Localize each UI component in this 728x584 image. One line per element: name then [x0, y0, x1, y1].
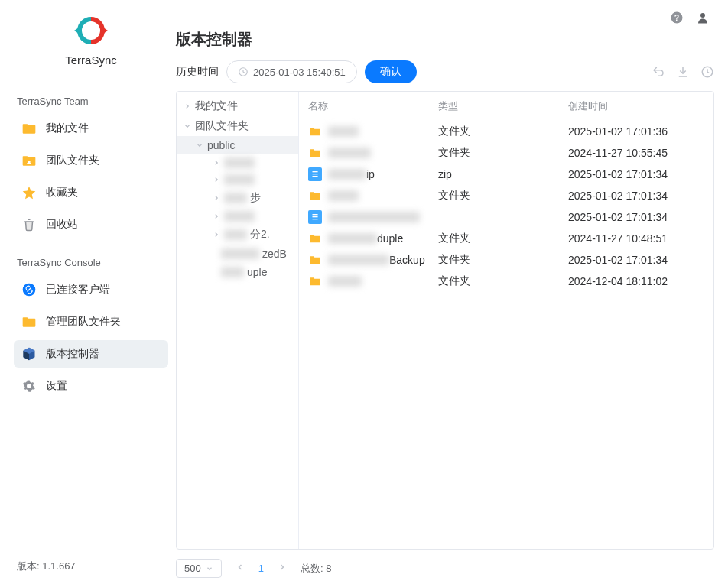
nav-my-files[interactable]: 我的文件	[14, 115, 168, 142]
file-row[interactable]: ☰2025-01-02 17:01:34	[299, 206, 713, 228]
download-icon[interactable]	[676, 65, 690, 79]
nav-connected-clients[interactable]: 已连接客户端	[14, 276, 168, 303]
tree-node-teamfolder[interactable]: 团队文件夹	[177, 116, 298, 136]
tree-label-blurred	[224, 157, 255, 168]
tree-label-blurred	[224, 193, 247, 203]
nav-manage-team-folder[interactable]: 管理团队文件夹	[14, 308, 168, 336]
file-name-suffix: ip	[366, 168, 375, 180]
control-row: 历史时间 2025-01-03 15:40:51 确认	[176, 60, 714, 83]
gear-icon	[21, 378, 37, 394]
svg-text:?: ?	[674, 13, 679, 22]
help-icon[interactable]: ?	[670, 11, 684, 24]
chevron-down-icon	[206, 565, 213, 573]
page-prev[interactable]	[232, 563, 248, 574]
content-panel: 我的文件 团队文件夹 public	[176, 91, 714, 550]
tree-node-child[interactable]	[177, 208, 298, 225]
tree-label: public	[207, 139, 236, 151]
file-row[interactable]: 文件夹2025-01-02 17:01:34	[299, 185, 713, 206]
nav-label: 团队文件夹	[46, 154, 99, 167]
version-footer: 版本: 1.1.667	[14, 556, 168, 576]
file-type: 文件夹	[438, 274, 568, 288]
file-created: 2024-12-04 18:11:02	[568, 275, 704, 287]
history-icon[interactable]	[700, 65, 714, 79]
tree-node-child[interactable]: 分2.	[177, 225, 298, 245]
file-type: 文件夹	[438, 189, 568, 203]
svg-marker-1	[74, 28, 79, 34]
file-row[interactable]: duple文件夹2024-11-27 10:48:51	[299, 228, 713, 249]
col-type[interactable]: 类型	[438, 99, 568, 113]
tree-label-blurred	[224, 174, 255, 185]
nav-recycle[interactable]: 回收站	[14, 211, 168, 238]
tree-node-child[interactable]: zedB	[177, 245, 298, 263]
file-row[interactable]: ☰ipzip2025-01-02 17:01:34	[299, 164, 713, 185]
chevron-right-icon	[212, 175, 221, 184]
file-name-suffix: Backup	[389, 254, 425, 266]
file-created: 2025-01-02 17:01:34	[568, 190, 704, 202]
chevron-down-icon	[183, 122, 192, 131]
nav-label: 回收站	[46, 218, 78, 232]
history-label: 历史时间	[176, 65, 219, 79]
section-team: TerraSync Team	[17, 96, 168, 107]
tree-node-public[interactable]: public	[177, 136, 298, 154]
file-row[interactable]: 文件夹2024-11-27 10:55:45	[299, 142, 713, 164]
file-type: 文件夹	[438, 125, 568, 138]
file-row[interactable]: 文件夹2024-12-04 18:11:02	[299, 271, 713, 292]
chevron-down-icon	[195, 141, 204, 150]
tree-label-blurred	[221, 248, 259, 259]
file-header: 名称 类型 创建时间	[299, 92, 713, 121]
tree-label-blurred	[221, 267, 244, 277]
trash-icon	[21, 217, 37, 232]
svg-marker-0	[103, 28, 108, 34]
tree-label-suffix: 步	[250, 191, 261, 205]
nav-settings[interactable]: 设置	[14, 372, 168, 400]
file-row[interactable]: 文件夹2025-01-02 17:01:36	[299, 121, 713, 142]
file-type: 文件夹	[438, 146, 568, 160]
chevron-right-icon	[212, 230, 221, 239]
clock-icon	[238, 67, 249, 77]
datetime-input[interactable]: 2025-01-03 15:40:51	[226, 60, 357, 83]
tree-label-blurred	[224, 211, 255, 222]
tree-node-child[interactable]	[177, 154, 298, 171]
chevron-right-icon	[212, 193, 221, 203]
user-icon[interactable]	[696, 11, 710, 24]
col-name[interactable]: 名称	[308, 99, 438, 113]
file-created: 2025-01-02 17:01:34	[568, 168, 704, 180]
file-type: 文件夹	[438, 253, 568, 267]
file-pane: 名称 类型 创建时间 文件夹2025-01-02 17:01:36文件夹2024…	[299, 92, 713, 549]
folder-icon	[21, 121, 37, 136]
nav-label: 管理团队文件夹	[46, 315, 121, 329]
page-current[interactable]: 1	[258, 563, 264, 574]
tree-node-myfiles[interactable]: 我的文件	[177, 96, 298, 116]
tree-node-child[interactable]	[177, 171, 298, 188]
nav-team-folder[interactable]: 团队文件夹	[14, 147, 168, 174]
file-row[interactable]: Backup文件夹2025-01-02 17:01:34	[299, 249, 713, 271]
main: ? 版本控制器 历史时间 2025-01-03 15:40:51 确认	[176, 0, 728, 584]
page-size-value: 500	[184, 563, 201, 574]
file-created: 2025-01-02 17:01:34	[568, 254, 704, 266]
nav-label: 收藏夹	[46, 186, 78, 200]
svg-point-6	[700, 13, 705, 18]
app-name: TerraSync	[14, 54, 168, 67]
undo-icon[interactable]	[652, 65, 665, 79]
app-logo-icon	[73, 12, 109, 49]
page-next[interactable]	[275, 563, 290, 574]
section-console: TerraSync Console	[17, 257, 168, 268]
col-created[interactable]: 创建时间	[568, 99, 704, 113]
topbar: ?	[176, 11, 714, 24]
tree-node-child[interactable]: 步	[177, 188, 298, 208]
page-size-select[interactable]: 500	[176, 559, 222, 578]
star-icon	[21, 185, 37, 200]
pagination: 500 1 总数: 8	[176, 550, 714, 578]
cube-icon	[21, 346, 37, 362]
tree-node-child[interactable]: uple	[177, 263, 298, 281]
chevron-right-icon	[183, 102, 192, 111]
nav-version-controller[interactable]: 版本控制器	[14, 340, 168, 368]
chevron-right-icon	[212, 212, 221, 221]
tree-pane: 我的文件 团队文件夹 public	[177, 92, 299, 549]
nav-favorites[interactable]: 收藏夹	[14, 179, 168, 206]
confirm-button[interactable]: 确认	[365, 60, 417, 83]
page-title: 版本控制器	[176, 29, 714, 50]
nav-label: 我的文件	[46, 122, 89, 135]
tree-label-suffix: zedB	[262, 248, 287, 260]
team-folder-icon	[21, 153, 37, 168]
